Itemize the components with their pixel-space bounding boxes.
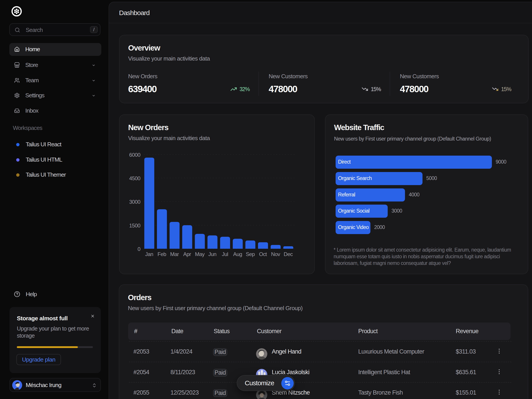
svg-text:Jan: Jan bbox=[145, 251, 153, 257]
svg-text:6000: 6000 bbox=[129, 152, 140, 158]
svg-text:Dec: Dec bbox=[284, 251, 293, 257]
svg-text:Feb: Feb bbox=[158, 251, 166, 257]
svg-text:Jun: Jun bbox=[208, 251, 216, 257]
svg-text:Jul: Jul bbox=[222, 251, 228, 257]
svg-text:Aug: Aug bbox=[233, 251, 242, 257]
svg-text:Mar: Mar bbox=[170, 251, 179, 257]
svg-text:May: May bbox=[195, 251, 205, 257]
svg-text:3000: 3000 bbox=[129, 199, 140, 205]
svg-text:1500: 1500 bbox=[129, 222, 140, 228]
svg-text:4500: 4500 bbox=[129, 175, 140, 181]
svg-text:Oct: Oct bbox=[259, 251, 267, 257]
svg-text:0: 0 bbox=[137, 246, 140, 252]
svg-text:Sep: Sep bbox=[246, 251, 255, 257]
svg-text:Apr: Apr bbox=[183, 251, 191, 257]
svg-text:Nov: Nov bbox=[271, 251, 280, 257]
